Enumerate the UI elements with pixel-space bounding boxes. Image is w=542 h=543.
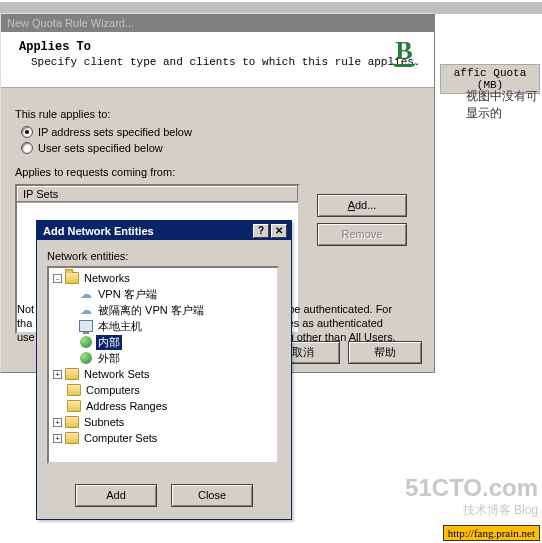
- cloud-icon: ☁: [79, 303, 93, 317]
- dialog-titlebar[interactable]: Add Network Entities ? ✕: [37, 221, 291, 240]
- tree-node-selected-label: 内部: [96, 335, 122, 350]
- requests-from-label: Applies to requests coming from:: [15, 166, 420, 178]
- cloud-icon: ☁: [79, 287, 93, 301]
- add-button[interactable]: Add...: [317, 194, 407, 217]
- expand-icon[interactable]: +: [53, 434, 62, 443]
- remove-button: Remove: [317, 223, 407, 246]
- network-entities-label: Network entities:: [47, 250, 281, 262]
- globe-icon: [79, 351, 93, 365]
- listview-empty-text: 视图中没有可显示的: [466, 88, 542, 122]
- folder-icon: [67, 384, 81, 396]
- watermark: 51CTO.com 技术博客 Blog: [405, 474, 538, 519]
- listbox-column-header[interactable]: IP Sets: [17, 186, 298, 203]
- folder-open-icon: [65, 272, 79, 284]
- rule-applies-label: This rule applies to:: [15, 108, 420, 120]
- expand-icon[interactable]: +: [53, 370, 62, 379]
- tree-node-isolated-vpn[interactable]: ☁ 被隔离的 VPN 客户端: [51, 302, 275, 318]
- expand-icon[interactable]: +: [53, 418, 62, 427]
- tree-node-network-sets[interactable]: + Network Sets: [51, 366, 275, 382]
- radio-users-label: User sets specified below: [38, 142, 163, 154]
- help-button[interactable]: 帮助: [348, 341, 422, 364]
- tree-node-computer-sets[interactable]: + Computer Sets: [51, 430, 275, 446]
- close-icon[interactable]: ✕: [271, 224, 287, 238]
- wizard-header-title: Applies To: [19, 40, 422, 54]
- tree-node-internal[interactable]: 内部: [51, 334, 275, 350]
- computer-icon: [79, 320, 93, 332]
- watermark-brand: 51CTO.com: [405, 474, 538, 502]
- radio-user-sets[interactable]: User sets specified below: [21, 142, 420, 154]
- tree-node-computers[interactable]: Computers: [51, 382, 275, 398]
- dialog-body: Network entities: - Networks ☁ VPN 客户端 ☁…: [37, 240, 291, 474]
- collapse-icon[interactable]: -: [53, 274, 62, 283]
- wizard-header-subtitle: Specify client type and clients to which…: [19, 56, 422, 68]
- add-network-entities-dialog: Add Network Entities ? ✕ Network entitie…: [36, 220, 292, 520]
- radio-icon: [21, 142, 33, 154]
- tree-node-local-host[interactable]: 本地主机: [51, 318, 275, 334]
- brand-logo: B: [384, 40, 424, 78]
- folder-icon: [65, 432, 79, 444]
- dialog-close-button[interactable]: Close: [171, 484, 253, 507]
- radio-ip-label: IP address sets specified below: [38, 126, 192, 138]
- help-icon[interactable]: ?: [253, 224, 269, 238]
- tree-node-vpn-clients[interactable]: ☁ VPN 客户端: [51, 286, 275, 302]
- folder-icon: [67, 400, 81, 412]
- folder-icon: [65, 368, 79, 380]
- radio-ip-sets[interactable]: IP address sets specified below: [21, 126, 420, 138]
- url-badge: http://fang.prain.net: [443, 525, 540, 541]
- watermark-sub: 技术博客 Blog: [405, 502, 538, 519]
- dialog-title-text: Add Network Entities: [43, 225, 154, 237]
- side-buttons: Add... Remove: [317, 194, 407, 246]
- dialog-add-button[interactable]: Add: [75, 484, 157, 507]
- tree-node-subnets[interactable]: + Subnets: [51, 414, 275, 430]
- tree-node-address-ranges[interactable]: Address Ranges: [51, 398, 275, 414]
- tree-node-networks[interactable]: - Networks: [51, 270, 275, 286]
- network-entities-tree[interactable]: - Networks ☁ VPN 客户端 ☁ 被隔离的 VPN 客户端 本地主机…: [47, 266, 279, 464]
- dialog-button-row: Add Close: [37, 484, 291, 507]
- tree-node-external[interactable]: 外部: [51, 350, 275, 366]
- radio-icon: [21, 126, 33, 138]
- wizard-titlebar: New Quota Rule Wizard...: [1, 14, 434, 32]
- folder-icon: [65, 416, 79, 428]
- globe-icon: [79, 335, 93, 349]
- wizard-header: Applies To Specify client type and clien…: [1, 32, 434, 88]
